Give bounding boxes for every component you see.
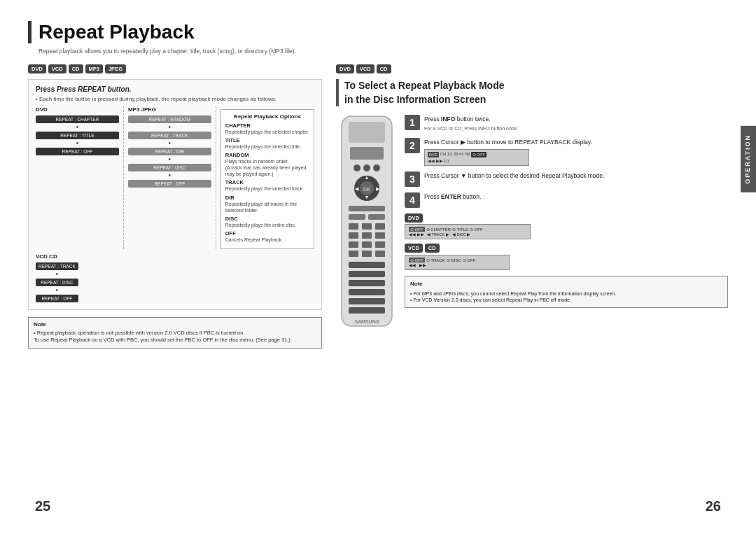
svg-rect-27 (375, 251, 385, 257)
mp3-mode-1: REPEAT : RANDOM (128, 115, 211, 123)
rpo-title-desc: Repeatedly plays the selected title. (225, 143, 309, 150)
page-number-left: 25 (35, 498, 50, 514)
rpo-title: TITLE Repeatedly plays the selected titl… (225, 137, 309, 150)
dvd-repeat-screen: ⊙ OFF ⊙ CHAPTER ⊙ TITLE ⊙ OFF ◀◀ ▶▶ ◀ TR… (405, 224, 531, 239)
dvd-r-row1: ⊙ OFF ⊙ CHAPTER ⊙ TITLE ⊙ OFF (409, 227, 526, 232)
svg-rect-31 (349, 289, 385, 295)
dvd-col-header: DVD (36, 106, 119, 113)
rpo-title-title: TITLE (225, 137, 309, 143)
svg-rect-32 (349, 298, 385, 304)
page-title: Repeat Playback (28, 21, 728, 43)
mp3-jpeg-column: MP3 JPEG REPEAT : RANDOM • REPEAT : TRAC… (128, 106, 211, 249)
dvd-display-row1: DVD CH 13 20:41 62 ⊙ OFF (428, 151, 526, 157)
options-grid: DVD REPEAT : CHAPTER • REPEAT : TITLE • … (36, 106, 314, 249)
rpo-chapter-title: CHAPTER (225, 122, 309, 129)
dvd-display-mockup: DVD CH 13 20:41 62 ⊙ OFF ◀◀ ▶▶ 1/1 (424, 149, 529, 166)
svg-rect-22 (349, 241, 358, 248)
heading-line1: To Select a Repeat Playback Mode (344, 79, 728, 93)
dvd-display-row2: ◀◀ ▶▶ 1/1 (428, 158, 526, 164)
dot-6: • (128, 173, 211, 178)
dvd-r-row2: ◀◀ ▶▶ ◀ TRACK ▶ ◀ DISC ▶ (409, 232, 526, 237)
dvd-d1-num: 62 (465, 151, 470, 157)
step-3-number: 3 (405, 171, 420, 187)
svg-rect-23 (362, 241, 372, 248)
dvd-mode-2: REPEAT : TITLE (36, 132, 119, 139)
rpo-random-desc: Plays tracks in random order.(A track th… (225, 158, 309, 177)
badge-vcd: VCD (48, 64, 66, 73)
step-1-content: Press INFO button twice. For a VCD or CD… (424, 115, 518, 132)
mp3-jpeg-header: MP3 JPEG (128, 106, 211, 113)
vcd-r-off: ⊙ OFF (409, 258, 425, 262)
dvd-d1-badge1: DVD (428, 152, 439, 157)
cd-badge-step: CD (425, 244, 440, 253)
rpo-track: TRACK Repeatedly plays the selected trac… (225, 179, 309, 192)
dvd-mode-3: REPEAT : OFF (36, 148, 119, 155)
dvd-r-title: ⊙ TITLE (452, 227, 468, 232)
badge-jpeg: JPEG (105, 64, 126, 73)
step-1-bold: INFO (441, 115, 455, 122)
dot-3: • (128, 125, 211, 130)
dvd-column: DVD REPEAT : CHAPTER • REPEAT : TITLE • … (36, 106, 119, 249)
svg-rect-24 (375, 241, 385, 248)
dvd-d1-time: 20:41 (454, 151, 464, 157)
step-1: 1 Press INFO button twice. For a VCD or … (405, 115, 728, 132)
rpo-disc: DISC Repeatedly plays the entire disc. (225, 216, 309, 228)
step-4-bold: ENTER (441, 193, 461, 200)
vcd-mode-1: REPEAT : TRACK (36, 262, 78, 270)
dot-4: • (128, 141, 211, 146)
svg-rect-18 (375, 223, 385, 230)
rpo-header: Repeat Playback Options (225, 113, 309, 120)
svg-text:OK: OK (363, 187, 371, 192)
dvd-badge-step: DVD (405, 213, 423, 223)
press-repeat-note: • Each time the button is pressed during… (36, 96, 314, 102)
dvd-r-chapter: ⊙ CHAPTER (426, 227, 451, 232)
right-column: DVD VCD CD To Select a Repeat Playback M… (336, 64, 728, 493)
vcd-cd-badge-row: VCD CD (405, 244, 728, 253)
svg-rect-21 (375, 232, 385, 239)
rpo-chapter: CHAPTER Repeatedly plays the selected ch… (225, 122, 309, 135)
rpo-dir: DIR Repeatedly plays all tracks in these… (225, 195, 309, 213)
step-1-note: For a VCD or CD, Press INFO button once. (424, 125, 518, 133)
step-2-content: Press Cursor ▶ button to move to REPEAT … (424, 138, 592, 166)
svg-point-4 (363, 164, 370, 171)
svg-rect-26 (362, 251, 372, 257)
rpo-dir-desc: Repeatedly plays all tracks in theselect… (225, 201, 309, 213)
badge-mp3: MP3 (85, 64, 103, 73)
vcd-cd-column: VCD CD REPEAT : TRACK • REPEAT : DISC • … (36, 253, 78, 304)
dot-5: • (128, 157, 211, 162)
vcd-cd-header: VCD CD (36, 253, 78, 260)
right-badge-cd: CD (377, 64, 391, 73)
right-section-heading: To Select a Repeat Playback Mode in the … (336, 79, 728, 106)
right-note-line1: • For MP3 and JPEG discs, you cannot sel… (410, 290, 722, 297)
vcd-cd-repeat-screen: ⊙ OFF ⊙ TRACK ⊙ DISC ⊙ OFF ◀◀ ▶▶ (405, 255, 510, 270)
vcd-mode-3: REPEAT : OFF (36, 295, 78, 302)
step-4: 4 Press ENTER button. (405, 192, 728, 208)
page-subtitle: Repeat playback allows you to repeatedly… (38, 48, 728, 55)
step-1-number: 1 (405, 115, 420, 130)
right-note-box: Note • For MP3 and JPEG discs, you canno… (405, 276, 728, 308)
dvd-r-off: ⊙ OFF (409, 227, 425, 232)
vcd-badge-step: VCD (405, 244, 423, 253)
svg-rect-30 (349, 280, 385, 286)
svg-text:▼: ▼ (365, 195, 370, 199)
dvd-d1-ch: CH 13 (440, 151, 452, 157)
rpo-off-desc: Cancels Repeat Playback. (225, 237, 309, 243)
steps-area: 1 Press INFO button twice. For a VCD or … (405, 115, 728, 340)
rpo-off-title: OFF (225, 230, 309, 237)
mp3-mode-3: REPEAT : DIR (128, 148, 211, 155)
left-badges: DVD VCD CD MP3 JPEG (28, 64, 322, 73)
svg-rect-28 (349, 262, 385, 268)
step-2: 2 Press Cursor ▶ button to move to REPEA… (405, 138, 728, 166)
rpo-random: RANDOM Plays tracks in random order.(A t… (225, 152, 309, 177)
step-3-content: Press Cursor ▼ button to select the desi… (424, 171, 604, 181)
left-note-label: Note (34, 321, 316, 328)
left-column: DVD VCD CD MP3 JPEG Press Press REPEAT b… (28, 64, 322, 493)
right-badges: DVD VCD CD (336, 64, 728, 73)
steps-remote-layout: ▲ ▼ ◀ ▶ OK (336, 115, 728, 340)
badge-cd: CD (69, 64, 83, 73)
dot-7: • (36, 272, 78, 277)
rpo-track-title: TRACK (225, 179, 309, 185)
vcd-r-row2: ◀◀ ▶▶ (409, 263, 505, 267)
svg-rect-20 (362, 232, 372, 239)
heading-line2: in the Disc Information Screen (344, 93, 728, 107)
